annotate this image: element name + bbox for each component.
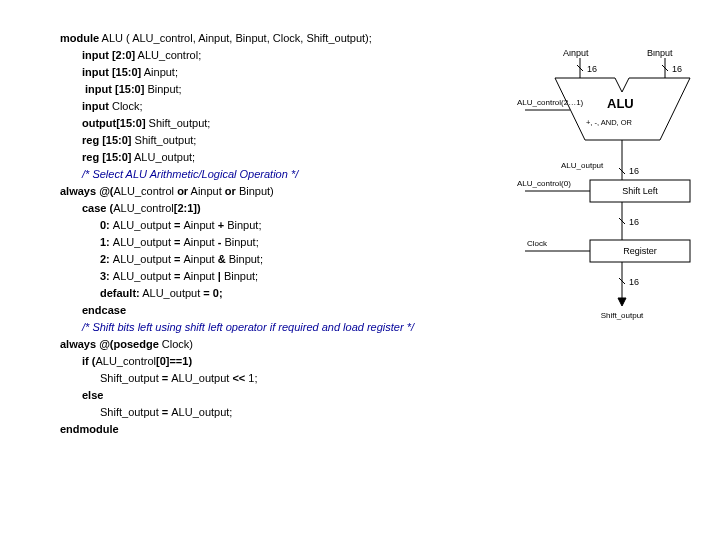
label-clock: Clock (527, 239, 548, 248)
code-line: input [15:0] Ainput; (60, 64, 500, 81)
block-diagram: Ainput Binput 16 16 ALU +, -, AND, OR AL… (515, 50, 705, 360)
label-ainput: Ainput (563, 50, 589, 58)
code-line: if (ALU_control[0]==1) (60, 353, 500, 370)
label-16: 16 (587, 64, 597, 74)
code-line: input [2:0] ALU_control; (60, 47, 500, 64)
code-line: 3: ALU_output = Ainput | Binput; (60, 268, 500, 285)
code-comment: /* Select ALU Arithmetic/Logical Operati… (60, 166, 500, 183)
code-line: 2: ALU_output = Ainput & Binput; (60, 251, 500, 268)
label-binput: Binput (647, 50, 673, 58)
label-shiftleft: Shift Left (622, 186, 658, 196)
code-line: always @(posedge Clock) (60, 336, 500, 353)
code-line: endmodule (60, 421, 500, 438)
verilog-code: module ALU ( ALU_control, Ainput, Binput… (60, 30, 500, 438)
code-line: output[15:0] Shift_output; (60, 115, 500, 132)
code-line: 1: ALU_output = Ainput - Binput; (60, 234, 500, 251)
code-line: module ALU ( ALU_control, Ainput, Binput… (60, 30, 500, 47)
code-line: Shift_output = ALU_output << 1; (60, 370, 500, 387)
label-register: Register (623, 246, 657, 256)
label-16: 16 (629, 277, 639, 287)
label-ops: +, -, AND, OR (586, 118, 633, 127)
label-alu-ctrl: ALU_control(2…1) (517, 98, 584, 107)
label-ctrl0: ALU_control(0) (517, 179, 571, 188)
label-shift-out: Shift_output (601, 311, 644, 320)
code-line: else (60, 387, 500, 404)
label-16: 16 (629, 217, 639, 227)
code-line: reg [15:0] Shift_output; (60, 132, 500, 149)
code-line: Shift_output = ALU_output; (60, 404, 500, 421)
label-alu: ALU (607, 96, 634, 111)
label-16: 16 (672, 64, 682, 74)
label-alu-out: ALU_output (561, 161, 604, 170)
code-line: case (ALU_control[2:1]) (60, 200, 500, 217)
code-line: input Clock; (60, 98, 500, 115)
code-comment: /* Shift bits left using shift left oper… (60, 319, 500, 336)
code-line: 0: ALU_output = Ainput + Binput; (60, 217, 500, 234)
code-line: always @(ALU_control or Ainput or Binput… (60, 183, 500, 200)
label-16: 16 (629, 166, 639, 176)
code-line: endcase (60, 302, 500, 319)
code-line: default: ALU_output = 0; (60, 285, 500, 302)
code-line: reg [15:0] ALU_output; (60, 149, 500, 166)
code-line: input [15:0] Binput; (60, 81, 500, 98)
